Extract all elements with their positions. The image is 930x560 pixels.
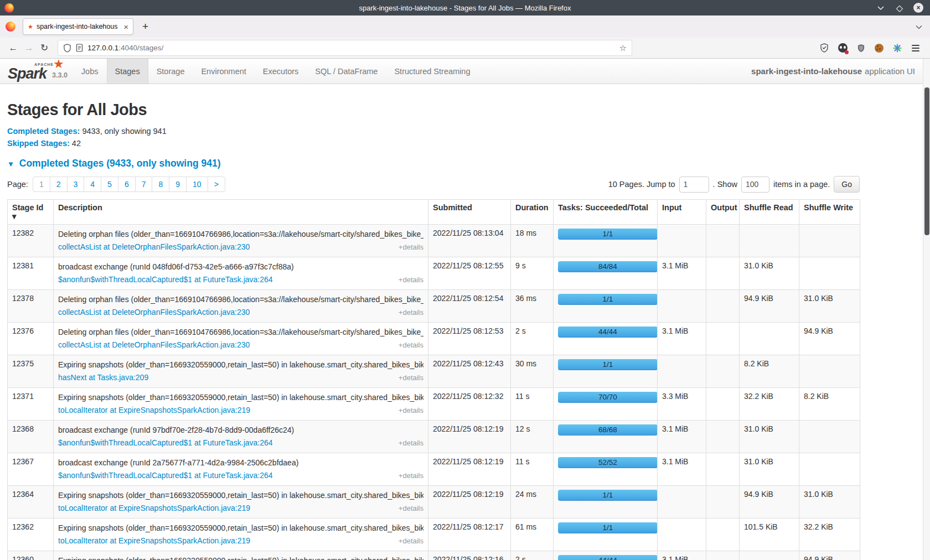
shuffle-write-cell: 31.0 KiB: [799, 486, 860, 518]
stage-id-cell: 12382: [8, 225, 54, 257]
bookmark-star-icon[interactable]: ☆: [619, 43, 627, 53]
shuffle-write-cell: 32.2 KiB: [799, 518, 860, 551]
column-header-duration[interactable]: Duration: [511, 200, 554, 225]
extension-asterisk-icon[interactable]: [891, 42, 904, 55]
stage-id-cell: 12376: [8, 323, 54, 355]
minimize-button[interactable]: [876, 3, 886, 13]
nav-tab-sql-dataframe[interactable]: SQL / DataFrame: [307, 59, 386, 84]
nav-tab-jobs[interactable]: Jobs: [73, 59, 107, 84]
new-tab-button[interactable]: +: [142, 20, 148, 33]
duration-cell: 18 ms: [511, 225, 554, 257]
cookie-icon[interactable]: [872, 42, 886, 55]
page-button-2[interactable]: 2: [50, 177, 68, 192]
tab-title: spark-ingest-into-lakehous: [37, 23, 120, 30]
page-button-6[interactable]: 6: [118, 177, 136, 192]
details-toggle[interactable]: +details: [399, 438, 423, 449]
column-header-input[interactable]: Input: [658, 200, 706, 225]
shield-icon[interactable]: [63, 44, 71, 53]
description-cell: broadcast exchange (runId 048fd06f-d753-…: [54, 257, 428, 290]
stage-callsite-link[interactable]: toLocalIterator at ExpireSnapshotsSparkA…: [58, 502, 250, 514]
jump-to-input[interactable]: [679, 177, 709, 193]
details-toggle[interactable]: +details: [399, 503, 423, 514]
jump-area: 10 Pages. Jump to . Show items in a page…: [608, 176, 860, 193]
page-button->[interactable]: >: [208, 177, 225, 192]
page-button-10[interactable]: 10: [186, 177, 208, 192]
nav-tab-storage[interactable]: Storage: [148, 59, 193, 84]
column-header-shuffle-write[interactable]: Shuffle Write: [799, 200, 860, 225]
page-button-7[interactable]: 7: [135, 177, 153, 192]
browser-tab[interactable]: ★ spark-ingest-into-lakehous ×: [23, 18, 133, 35]
back-button[interactable]: ←: [6, 40, 21, 56]
stage-callsite-link[interactable]: hasNext at Tasks.java:209: [58, 372, 148, 383]
show-count-input[interactable]: [741, 177, 769, 193]
page-button-3[interactable]: 3: [67, 177, 85, 192]
stage-callsite-link[interactable]: collectAsList at DeleteOrphanFilesSparkA…: [58, 241, 250, 252]
tasks-cell: 84/84: [554, 257, 658, 290]
url-text[interactable]: 127.0.0.1:4040/stages/: [87, 44, 615, 52]
description-cell: Deleting orphan files (older_than=166910…: [54, 225, 428, 257]
details-toggle[interactable]: +details: [399, 405, 423, 416]
nav-tab-executors[interactable]: Executors: [255, 59, 307, 84]
details-toggle[interactable]: +details: [399, 274, 423, 286]
submitted-cell: 2022/11/25 08:12:19: [428, 421, 511, 453]
list-tabs-chevron-icon[interactable]: [916, 22, 922, 32]
nav-tab-structured-streaming[interactable]: Structured Streaming: [386, 59, 478, 84]
tab-close-icon[interactable]: ×: [123, 23, 128, 31]
page-info-icon[interactable]: [76, 44, 83, 52]
completed-stages-section-header[interactable]: ▼ Completed Stages (9433, only showing 9…: [7, 158, 923, 169]
completed-stages-link[interactable]: Completed Stages:: [7, 127, 80, 136]
skipped-stages-link[interactable]: Skipped Stages:: [7, 139, 70, 148]
vertical-scrollbar[interactable]: [923, 59, 930, 560]
column-header-output[interactable]: Output: [706, 200, 740, 225]
spark-logo[interactable]: Spark APACHE ★ 3.3.0: [0, 59, 73, 84]
details-toggle[interactable]: +details: [399, 242, 423, 253]
stage-callsite-link[interactable]: toLocalIterator at ExpireSnapshotsSparkA…: [58, 405, 250, 416]
stage-callsite-link[interactable]: $anonfun$withThreadLocalCaptured$1 at Fu…: [58, 274, 273, 285]
output-cell: [706, 453, 740, 486]
table-row: 12376 Deleting orphan files (older_than=…: [8, 323, 860, 355]
stage-callsite-link[interactable]: collectAsList at DeleteOrphanFilesSparkA…: [58, 339, 250, 350]
column-header-description[interactable]: Description: [54, 200, 428, 225]
details-toggle[interactable]: +details: [399, 340, 423, 351]
apache-label: APACHE: [34, 63, 54, 66]
url-bar[interactable]: 127.0.0.1:4040/stages/ ☆: [58, 40, 632, 56]
maximize-button[interactable]: ◇: [895, 3, 905, 13]
go-button[interactable]: Go: [834, 176, 860, 193]
page-button-9[interactable]: 9: [169, 177, 187, 192]
stage-callsite-link[interactable]: $anonfun$withThreadLocalCaptured$1 at Fu…: [58, 470, 273, 481]
input-cell: 3.1 MiB: [658, 421, 706, 453]
tasks-progress-bar: 1/1: [558, 229, 658, 240]
reload-button[interactable]: ↻: [37, 40, 52, 56]
stage-id-cell: 12378: [8, 290, 54, 323]
column-header-shuffle-read[interactable]: Shuffle Read: [740, 200, 799, 225]
input-cell: 3.1 MiB: [658, 323, 706, 355]
details-toggle[interactable]: +details: [399, 536, 423, 547]
page-button-8[interactable]: 8: [152, 177, 169, 192]
stage-callsite-link[interactable]: toLocalIterator at ExpireSnapshotsSparkA…: [58, 535, 250, 546]
menu-hamburger-icon[interactable]: [909, 42, 922, 55]
container-mask-icon[interactable]: [836, 42, 849, 55]
column-header-submitted[interactable]: Submitted: [428, 200, 511, 225]
nav-tab-environment[interactable]: Environment: [193, 59, 254, 84]
stage-callsite-link[interactable]: collectAsList at DeleteOrphanFilesSparkA…: [58, 307, 250, 318]
spark-navbar: Spark APACHE ★ 3.3.0 JobsStagesStorageEn…: [0, 59, 923, 84]
page-button-1[interactable]: 1: [33, 177, 50, 192]
nav-tab-stages[interactable]: Stages: [107, 59, 148, 84]
page-button-5[interactable]: 5: [101, 177, 118, 192]
column-header-tasks[interactable]: Tasks: Succeeded/Total: [554, 200, 658, 225]
details-toggle[interactable]: +details: [399, 470, 423, 481]
forward-button[interactable]: →: [21, 40, 37, 56]
details-toggle[interactable]: +details: [399, 372, 423, 383]
ublock-shield-icon[interactable]: [854, 42, 867, 55]
page-buttons: 12345678910>: [33, 177, 225, 192]
shuffle-read-cell: 94.9 KiB: [740, 290, 799, 323]
stage-callsite-link[interactable]: $anonfun$withThreadLocalCaptured$1 at Fu…: [58, 437, 273, 448]
close-button[interactable]: ×: [913, 3, 923, 13]
page-button-4[interactable]: 4: [84, 177, 101, 192]
column-header-stage-id[interactable]: Stage Id ▾: [8, 200, 54, 225]
details-toggle[interactable]: +details: [399, 307, 423, 318]
extension-shield-check-icon[interactable]: [818, 42, 831, 55]
scrollbar-thumb[interactable]: [924, 87, 929, 235]
firefox-logo-icon: [4, 3, 14, 13]
duration-cell: 12 s: [511, 421, 554, 453]
